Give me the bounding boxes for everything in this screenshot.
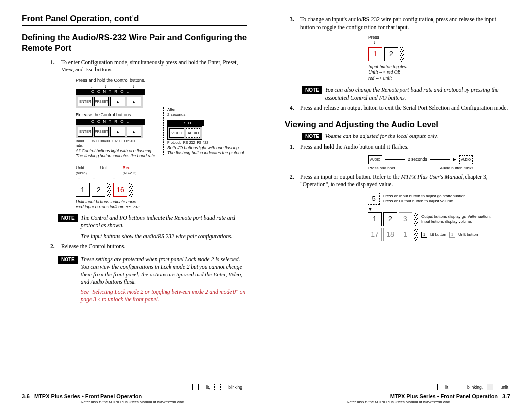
section-heading-right: Viewing and Adjusting the Audio Level [285,119,510,130]
section-heading-left: Defining the Audio/RS-232 Wire Pair and … [22,33,247,54]
step-3: To change an input's audio/RS-232 wire p… [290,16,510,31]
input-2-r: 2 [384,47,398,61]
out-18: 18 [383,228,397,241]
out-2: 2 [383,212,397,226]
view-button-2 [110,127,125,137]
note-1: NOTE The Control and I/O buttons indicat… [58,214,247,240]
footer-right: MTPX Plus Series • Front Panel Operation… [288,393,510,404]
esc-button [127,97,141,106]
input-1: 1 [76,183,90,197]
step-4: Press and release an output button to ex… [290,104,510,112]
audio-button-hold: AUDIO [368,155,382,164]
cross-reference-link[interactable]: See "Selecting Lock mode 2 or toggling b… [81,288,247,304]
figure-gain-volume: 5 Press an Input button to adjust gain/a… [364,193,510,242]
legend-left: = lit, = blinking [192,384,242,390]
legend-right: = lit, = blinking, = unlit [432,384,508,390]
input-1-r: 1 [368,47,382,61]
out-3: 3 [399,212,412,226]
preset-button: PRESET [94,97,109,106]
footer-left: 3-6 MTPX Plus Series • Front Panel Opera… [22,393,244,404]
running-head: Front Panel Operation, cont'd [22,14,247,26]
view-button [110,97,125,106]
input-16: 16 [113,183,127,197]
figure-control-buttons: Press and hold the Control buttons. ↓↓ ↓… [76,78,247,209]
enter-button-2: ENTER [78,127,93,137]
figure-input-toggle: Press ↓ 1 2 Input button toggles: Unlit … [368,35,510,81]
note-4: NOTE Volume can be adjusted for the loca… [302,133,510,140]
out-17: 17 [368,228,382,241]
step-2: Release the Control buttons. [50,243,247,251]
audio-button: AUDIO [186,128,200,138]
preset-button-2: PRESET [94,127,109,137]
enter-button: ENTER [78,97,93,106]
out-1: 1 [368,212,382,226]
step-1: To enter Configuration mode, simultaneou… [50,59,247,74]
figure-audio-hold: AUDIO 2 seconds ▶ AUDIO Press and hold. … [368,155,510,171]
audio-button-blink: AUDIO [459,155,473,164]
input-2: 2 [92,183,105,197]
note-3: NOTE You can also change the Remote port… [302,86,510,102]
step-b2: Press an input or output button. Refer t… [290,173,510,189]
out-19: 1 [399,228,412,241]
video-button: VIDEO [169,128,184,138]
esc-button-2 [127,127,141,137]
step-b1: Press and hold the Audio button until it… [290,143,510,151]
note-2: NOTE These settings are protected when f… [58,256,247,304]
input-5: 5 [368,193,380,205]
